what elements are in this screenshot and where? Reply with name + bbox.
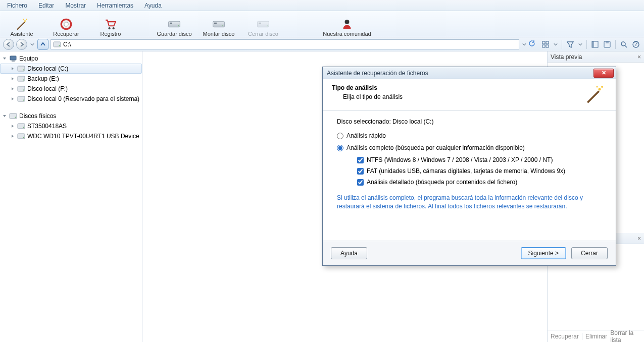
save-layout-button[interactable] <box>602 39 612 49</box>
toolbar-register-label: Registro <box>101 31 121 37</box>
drive-icon <box>53 40 61 48</box>
address-dropdown[interactable] <box>521 39 527 49</box>
drive-icon <box>17 85 25 93</box>
disk-close-icon <box>257 18 270 31</box>
tree-volume-c[interactable]: Disco local (C:) <box>0 64 142 74</box>
preview-panel-close[interactable]: × <box>637 53 641 61</box>
caret-right-icon <box>10 134 15 138</box>
nav-back-button[interactable] <box>3 39 14 50</box>
toolbar-mount-disk-button[interactable]: Montar disco <box>201 12 236 37</box>
toolbar-save-disk-label: Guardar disco <box>157 31 191 37</box>
menu-view[interactable]: Mostrar <box>60 1 91 10</box>
disk-mount-icon <box>212 18 225 31</box>
search-button[interactable] <box>619 39 629 49</box>
dialog-titlebar[interactable]: Asistente de recuperación de ficheros ✕ <box>323 67 616 79</box>
dialog-help-button[interactable]: Ayuda <box>331 247 367 259</box>
caret-right-icon <box>10 67 15 71</box>
toolbar-register-button[interactable]: Registro <box>93 12 128 37</box>
dialog-button-row: Ayuda Siguiente > Cerrar <box>323 241 616 265</box>
tree-volume-system[interactable]: Disco local 0 (Reservado para el sistema… <box>0 94 142 104</box>
preview-panel-title: Vista previa <box>551 53 582 61</box>
tree-volume-e[interactable]: Backup (E:) <box>0 74 142 84</box>
computer-icon <box>9 54 17 63</box>
checkbox-detailed[interactable]: Análisis detallado (búsqueda por conteni… <box>357 179 606 186</box>
panel-toggle-button[interactable] <box>590 39 600 49</box>
dialog-body: Disco seleccionado: Disco local (C:) Aná… <box>323 111 616 241</box>
filter-dropdown[interactable] <box>577 39 583 49</box>
tree-physical-disk-1[interactable]: WDC WD10 TPVT-00U4RT1 USB Device <box>0 131 142 141</box>
toolbar-recover-button[interactable]: Recuperar <box>48 12 84 37</box>
tree-physical-label: WDC WD10 TPVT-00U4RT1 USB Device <box>27 133 139 140</box>
caret-right-icon <box>10 124 15 128</box>
view-grid-button[interactable] <box>540 39 551 49</box>
checkbox-ntfs[interactable]: NTFS (Windows 8 / Windows 7 / 2008 / Vis… <box>357 156 606 163</box>
tree-volume-label: Disco local 0 (Reservado para el sistema… <box>27 95 139 102</box>
dialog-next-button[interactable]: Siguiente > <box>521 247 566 259</box>
recovery-wizard-dialog: Asistente de recuperación de ficheros ✕ … <box>322 67 616 266</box>
help-button[interactable] <box>631 39 641 49</box>
toolbar-community-button[interactable]: Nuestra comunidad <box>319 12 375 37</box>
refresh-icon[interactable] <box>528 40 535 48</box>
address-bar <box>0 37 644 51</box>
dialog-heading: Tipo de análisis <box>332 84 403 91</box>
drive-icon <box>17 95 25 103</box>
radio-full-input[interactable] <box>337 145 343 151</box>
lifebuoy-icon <box>60 18 73 31</box>
radio-full-label: Análisis completo (búsqueda por cualquie… <box>346 144 525 151</box>
tree-volume-f[interactable]: Disco local (F:) <box>0 84 142 94</box>
tree-physical-node[interactable]: Discos físicos <box>0 111 142 121</box>
address-input[interactable] <box>63 41 517 48</box>
nav-history-dropdown[interactable] <box>29 39 35 49</box>
address-input-container <box>51 39 519 49</box>
nav-up-button[interactable] <box>37 39 48 50</box>
tree-physical-disk-0[interactable]: ST3500418AS <box>0 121 142 131</box>
toolbar-save-disk-button[interactable]: Guardar disco <box>157 12 192 37</box>
dialog-subheading: Elija el tipo de análisis <box>343 93 403 100</box>
drive-icon <box>17 75 25 83</box>
radio-quick-input[interactable] <box>337 133 343 139</box>
drive-icon <box>9 112 17 120</box>
caret-down-icon <box>2 114 7 118</box>
selected-disk-label: Disco seleccionado: Disco local (C:) <box>337 118 606 125</box>
filter-button[interactable] <box>565 39 575 49</box>
dialog-info-text: Si utiliza el análisis completo, el prog… <box>337 194 606 211</box>
drive-icon <box>17 122 25 130</box>
recovery-list-footer: Recuperar Eliminar Borrar la lista <box>548 330 644 342</box>
footer-recover-button[interactable]: Recuperar <box>551 333 579 340</box>
radio-quick-scan[interactable]: Análisis rápido <box>337 132 606 139</box>
footer-delete-button[interactable]: Eliminar <box>585 333 607 340</box>
device-tree: Equipo Disco local (C:) Backup (E:) Disc… <box>0 51 142 342</box>
nav-forward-button[interactable] <box>16 39 27 50</box>
menu-file[interactable]: Fichero <box>2 1 32 10</box>
dialog-cancel-button[interactable]: Cerrar <box>571 247 608 259</box>
drive-icon <box>17 132 25 140</box>
disk-save-icon <box>168 18 181 31</box>
menu-tools[interactable]: Herramientas <box>92 1 138 10</box>
recovery-list-close[interactable]: × <box>637 235 641 242</box>
caret-right-icon <box>10 87 15 91</box>
footer-clear-button[interactable]: Borrar la lista <box>610 329 641 343</box>
menu-edit[interactable]: Editar <box>33 1 59 10</box>
dialog-header: Tipo de análisis Elija el tipo de anális… <box>323 79 616 111</box>
menu-help[interactable]: Ayuda <box>139 1 167 10</box>
caret-right-icon <box>10 97 15 101</box>
radio-full-scan[interactable]: Análisis completo (búsqueda por cualquie… <box>337 144 606 151</box>
checkbox-detailed-input[interactable] <box>357 179 364 186</box>
tree-volume-label: Disco local (F:) <box>27 85 68 92</box>
toolbar-wizard-label: Asistente <box>10 31 33 37</box>
toolbar-wizard-button[interactable]: Asistente <box>4 12 39 37</box>
checkbox-fat[interactable]: FAT (unidades USB, cámaras digitales, ta… <box>357 167 606 175</box>
toolbar-mount-disk-label: Montar disco <box>203 31 235 37</box>
toolbar-community-label: Nuestra comunidad <box>323 31 371 37</box>
tree-computer-node[interactable]: Equipo <box>0 53 142 64</box>
checkbox-fat-input[interactable] <box>357 168 364 175</box>
content-area: Asistente de recuperación de ficheros ✕ … <box>142 51 547 342</box>
tree-volume-label: Backup (E:) <box>27 75 59 82</box>
preview-panel-header: Vista previa × <box>548 51 644 63</box>
checkbox-ntfs-input[interactable] <box>357 157 364 163</box>
wizard-wand-icon <box>580 84 609 104</box>
view-dropdown[interactable] <box>553 39 559 49</box>
dialog-close-button[interactable]: ✕ <box>593 69 614 78</box>
caret-right-icon <box>10 77 15 81</box>
checkbox-fat-label: FAT (unidades USB, cámaras digitales, ta… <box>367 167 565 175</box>
